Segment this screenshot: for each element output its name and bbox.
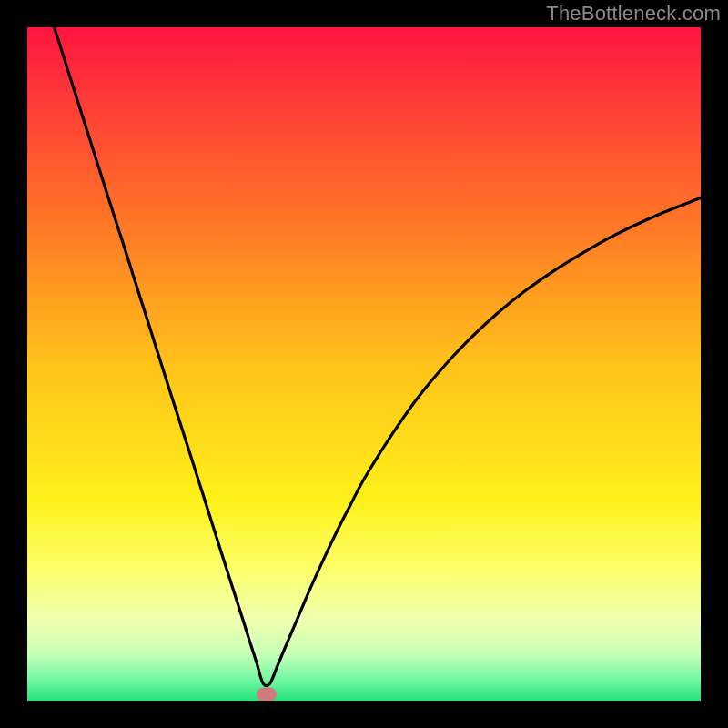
bottleneck-curve <box>27 27 701 701</box>
optimum-marker <box>257 687 277 701</box>
plot-area <box>27 27 701 701</box>
watermark-text: TheBottleneck.com <box>546 2 721 25</box>
chart-frame: TheBottleneck.com <box>0 0 728 728</box>
